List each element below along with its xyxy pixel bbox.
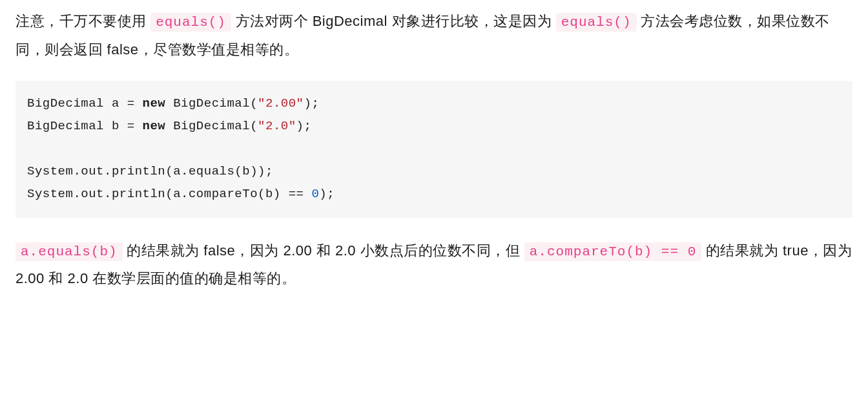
inline-code-equals: equals() xyxy=(150,13,231,32)
code-string: "2.0" xyxy=(258,119,296,133)
text: 的结果就为 false，因为 2.00 和 2.0 小数点后的位数不同，但 xyxy=(123,242,524,259)
code-line-2b: BigDecimal( xyxy=(165,119,258,133)
inline-code-a-equals-b: a.equals(b) xyxy=(16,242,123,261)
code-line-4a: System.out.println(a.compareTo(b) == xyxy=(27,187,311,201)
code-keyword-new: new xyxy=(143,119,166,133)
inline-code-equals: equals() xyxy=(556,13,637,32)
code-string: "2.00" xyxy=(258,96,304,111)
code-line-2a: BigDecimal b = xyxy=(27,119,143,133)
inline-code-a-compareto-b: a.compareTo(b) == 0 xyxy=(524,242,701,261)
code-keyword-new: new xyxy=(143,96,166,111)
text: 注意，千万不要使用 xyxy=(16,13,150,29)
code-line-3: System.out.println(a.equals(b)); xyxy=(27,164,273,178)
code-line-1a: BigDecimal a = xyxy=(27,96,143,111)
text: 方法对两个 BigDecimal 对象进行比较，这是因为 xyxy=(231,13,556,29)
code-block: BigDecimal a = new BigDecimal("2.00"); B… xyxy=(16,81,852,218)
paragraph-1: 注意，千万不要使用 equals() 方法对两个 BigDecimal 对象进行… xyxy=(16,8,852,64)
code-number: 0 xyxy=(311,187,319,201)
code-line-4b: ); xyxy=(319,187,335,201)
code-line-1c: ); xyxy=(304,96,320,111)
code-line-2c: ); xyxy=(296,119,312,133)
code-line-1b: BigDecimal( xyxy=(165,96,258,111)
paragraph-2: a.equals(b) 的结果就为 false，因为 2.00 和 2.0 小数… xyxy=(16,237,852,293)
